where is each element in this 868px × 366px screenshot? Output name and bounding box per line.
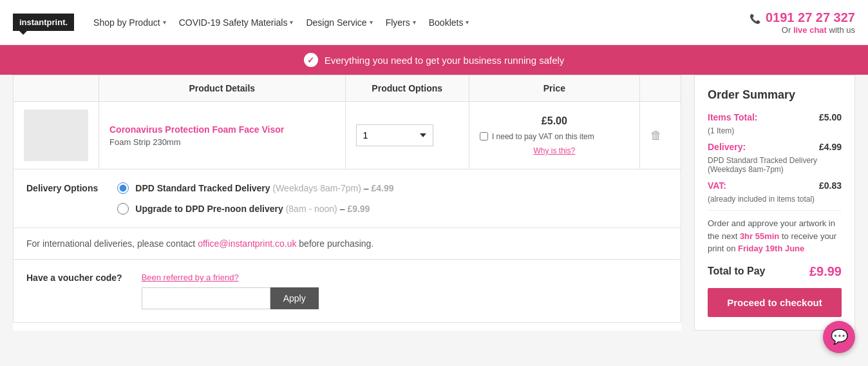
main-layout: Product Details Product Options Price Co… <box>0 75 868 343</box>
vat-row: VAT: £0.83 <box>708 180 842 191</box>
chevron-down-icon: ▾ <box>466 19 469 26</box>
apply-button[interactable]: Apply <box>270 287 319 309</box>
referred-link[interactable]: Been referred by a friend? <box>142 273 319 282</box>
banner-text: Everything you need to get your business… <box>325 55 565 66</box>
main-nav: Shop by Product ▾ COVID-19 Safety Materi… <box>93 17 730 28</box>
nav-design[interactable]: Design Service ▾ <box>306 17 372 28</box>
product-name[interactable]: Coronavirus Protection Foam Face Visor <box>109 124 335 135</box>
site-header: instantprint. Shop by Product ▾ COVID-19… <box>0 0 868 45</box>
delivery-row: Delivery: £4.99 <box>708 142 842 152</box>
voucher-section: Have a voucher code? Been referred by a … <box>13 260 681 323</box>
order-summary: Order Summary Items Total: £5.00 (1 Item… <box>694 75 855 331</box>
price-cell: £5.00 I need to pay VAT on this item Why… <box>469 102 639 169</box>
col-image <box>14 75 99 102</box>
col-product-details: Product Details <box>99 75 346 102</box>
intl-text-after: before purchasing. <box>299 238 373 249</box>
summary-title: Order Summary <box>708 88 842 102</box>
delivery-options: DPD Standard Tracked Delivery (Weekdays … <box>117 182 393 215</box>
contact-area: 📞 0191 27 27 327 Or live chat with us <box>750 10 855 35</box>
live-chat-line: Or live chat with us <box>750 25 855 35</box>
quantity-select[interactable]: 1 2 5 10 <box>356 124 433 146</box>
product-description: Foam Strip 230mm <box>109 137 335 147</box>
delivery-radio-prenoon[interactable] <box>117 203 129 215</box>
cart-area: Product Details Product Options Price Co… <box>13 75 681 331</box>
delivery-value: £4.99 <box>819 142 842 152</box>
checkout-button[interactable]: Proceed to checkout <box>708 288 842 317</box>
summary-divider <box>708 210 842 211</box>
why-link[interactable]: Why is this? <box>534 146 576 155</box>
chevron-down-icon: ▾ <box>370 19 373 26</box>
nav-flyers[interactable]: Flyers ▾ <box>386 17 416 28</box>
voucher-right: Been referred by a friend? Apply <box>142 273 319 309</box>
live-chat-link[interactable]: live chat <box>793 25 827 35</box>
phone-number[interactable]: 0191 27 27 327 <box>766 10 855 24</box>
table-row: Coronavirus Protection Foam Face Visor F… <box>14 102 681 169</box>
artwork-date: Friday 19th June <box>738 244 804 253</box>
nav-shop-product[interactable]: Shop by Product ▾ <box>93 17 166 28</box>
vat-label: I need to pay VAT on this item <box>492 132 594 141</box>
items-count: (1 Item) <box>708 126 842 135</box>
delivery-label: Delivery: <box>708 142 746 152</box>
delivery-prenoon-text: Upgrade to DPD Pre-noon delivery (8am - … <box>135 204 370 214</box>
delete-icon[interactable]: 🗑 <box>650 129 662 142</box>
product-details-cell: Coronavirus Protection Foam Face Visor F… <box>99 102 346 169</box>
artwork-note: Order and approve your artwork in the ne… <box>708 217 842 255</box>
items-total-row: Items Total: £5.00 <box>708 112 842 122</box>
phone-icon: 📞 <box>750 14 760 24</box>
total-label: Total to Pay <box>708 265 766 277</box>
delivery-section-label: Delivery Options <box>26 182 98 195</box>
nav-booklets[interactable]: Booklets ▾ <box>429 17 469 28</box>
vat-label: VAT: <box>708 180 726 191</box>
vat-checkbox[interactable] <box>480 132 488 140</box>
delivery-standard-text: DPD Standard Tracked Delivery (Weekdays … <box>135 183 393 193</box>
delivery-option-standard[interactable]: DPD Standard Tracked Delivery (Weekdays … <box>117 182 393 194</box>
intl-text-before: For international deliveries, please con… <box>26 238 198 249</box>
items-total-value: £5.00 <box>819 112 842 122</box>
product-options-cell: 1 2 5 10 <box>345 102 469 169</box>
artwork-time: 3hr 55min <box>740 231 779 241</box>
international-section: For international deliveries, please con… <box>13 228 681 260</box>
items-total-label: Items Total: <box>708 112 758 122</box>
voucher-input-row: Apply <box>142 287 319 309</box>
col-delete <box>639 75 681 102</box>
total-value: £9.99 <box>809 264 842 279</box>
intl-email-link[interactable]: office@instantprint.co.uk <box>198 238 296 249</box>
nav-covid[interactable]: COVID-19 Safety Materials ▾ <box>179 17 294 28</box>
checkmark-icon: ✓ <box>304 53 318 67</box>
promo-banner: ✓ Everything you need to get your busine… <box>0 45 868 75</box>
logo[interactable]: instantprint. <box>13 14 74 31</box>
voucher-input[interactable] <box>142 287 270 309</box>
chevron-down-icon: ▾ <box>163 19 166 26</box>
price-amount: £5.00 <box>480 115 629 127</box>
delete-cell: 🗑 <box>639 102 681 169</box>
cart-table: Product Details Product Options Price Co… <box>13 75 681 169</box>
vat-value: £0.83 <box>819 180 842 191</box>
vat-note: (already included in items total) <box>708 195 842 204</box>
product-image-cell <box>14 102 99 169</box>
total-row: Total to Pay £9.99 <box>708 264 842 279</box>
delivery-option-prenoon[interactable]: Upgrade to DPD Pre-noon delivery (8am - … <box>117 203 393 215</box>
vat-checkbox-row: I need to pay VAT on this item <box>480 132 629 141</box>
chevron-down-icon: ▾ <box>290 19 293 26</box>
chevron-down-icon: ▾ <box>413 19 416 26</box>
col-price: Price <box>469 75 639 102</box>
delivery-note: DPD Standard Tracked Delivery (Weekdays … <box>708 156 842 174</box>
col-product-options: Product Options <box>345 75 469 102</box>
voucher-label: Have a voucher code? <box>26 273 122 283</box>
delivery-radio-standard[interactable] <box>117 182 129 194</box>
delivery-section: Delivery Options DPD Standard Tracked De… <box>13 169 681 228</box>
product-image <box>24 110 88 161</box>
